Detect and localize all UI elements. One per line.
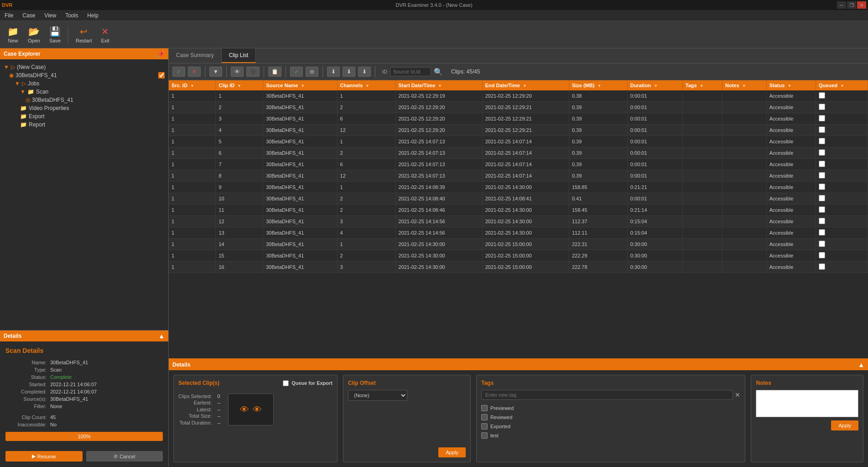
table-row[interactable]: 1 11 30BetaDHFS_41 2 2021-02-25 14:08:46…	[169, 205, 868, 216]
tag-item-reviewed[interactable]: Reviewed	[481, 413, 740, 422]
row-queue-checkbox[interactable]	[819, 184, 825, 190]
row-queue-checkbox[interactable]	[819, 241, 825, 247]
col-status[interactable]: Status ▼	[766, 80, 816, 90]
notes-apply-button[interactable]: Apply	[831, 420, 858, 430]
table-row[interactable]: 1 2 30BetaDHFS_41 2 2021-02-25 12:29:20 …	[169, 102, 868, 113]
col-end-datetime[interactable]: End Date/Time ▼	[482, 80, 569, 90]
tag-input[interactable]	[481, 390, 733, 400]
table-row[interactable]: 1 10 30BetaDHFS_41 2 2021-02-25 14:08:40…	[169, 193, 868, 205]
row-queue-checkbox[interactable]	[819, 104, 825, 110]
col-channels[interactable]: Channels ▼	[337, 80, 395, 90]
check-button[interactable]: ✓	[290, 67, 303, 77]
table-row[interactable]: 1 15 30BetaDHFS_41 2 2021-02-25 14:30:00…	[169, 250, 868, 262]
queue-for-export-checkbox[interactable]	[283, 380, 289, 386]
table-row[interactable]: 1 13 30BetaDHFS_41 4 2021-02-25 14:14:56…	[169, 227, 868, 239]
30beta-checkbox[interactable]	[158, 72, 165, 79]
row-queue-checkbox[interactable]	[819, 172, 825, 178]
col-duration[interactable]: Duration ▼	[627, 80, 682, 90]
row-queue-checkbox[interactable]	[819, 229, 825, 236]
tree-item-30beta[interactable]: ◉ 30BetaDHFS_41	[4, 71, 165, 79]
cancel-button[interactable]: ⊘ Cancel	[86, 451, 163, 462]
col-queued[interactable]: Queued ▼	[816, 80, 868, 90]
table-row[interactable]: 1 14 30BetaDHFS_41 1 2021-02-25 14:30:00…	[169, 239, 868, 250]
save-button[interactable]: 💾 Save	[46, 24, 64, 45]
download-3-button[interactable]: ⬇	[358, 67, 371, 77]
restore-button[interactable]: ❐	[847, 1, 856, 9]
row-queue-checkbox[interactable]	[819, 263, 825, 270]
resume-button[interactable]: ▶ Resume	[5, 451, 83, 462]
col-src-id[interactable]: Src. ID ▼	[169, 80, 216, 90]
col-start-datetime[interactable]: Start Date/Time ▼	[395, 80, 482, 90]
deselect-all-button[interactable]: ✕	[188, 67, 201, 77]
uncheck-button[interactable]: ⊖	[306, 67, 318, 77]
row-queue-checkbox[interactable]	[819, 115, 825, 121]
table-row[interactable]: 1 4 30BetaDHFS_41 12 2021-02-25 12:29:20…	[169, 125, 868, 136]
details-collapse-button[interactable]: ▲	[158, 332, 165, 340]
table-row[interactable]: 1 12 30BetaDHFS_41 3 2021-02-25 14:14:56…	[169, 216, 868, 227]
preview-button[interactable]: 👁	[231, 67, 244, 77]
tab-case-summary[interactable]: Case Summary	[169, 48, 222, 63]
row-queue-checkbox[interactable]	[819, 252, 825, 258]
restart-button[interactable]: ↩ Restart	[72, 24, 95, 45]
menu-case[interactable]: Case	[18, 11, 40, 20]
export-queue-button[interactable]: 📋	[268, 67, 281, 77]
tag-item-exported[interactable]: Exported	[481, 422, 740, 431]
table-row[interactable]: 1 5 30BetaDHFS_41 1 2021-02-25 14:07:13 …	[169, 136, 868, 147]
col-clip-id[interactable]: Clip ID ▼	[216, 80, 263, 90]
tree-item-report[interactable]: 📁 Report	[4, 121, 165, 129]
col-size[interactable]: Size (MB) ▼	[569, 80, 627, 90]
table-area[interactable]: Src. ID ▼ Clip ID ▼ Source Name ▼ Channe…	[169, 80, 868, 358]
row-queue-checkbox[interactable]	[819, 149, 825, 156]
row-queue-checkbox[interactable]	[819, 218, 825, 224]
col-notes[interactable]: Notes ▼	[722, 80, 767, 90]
filter-button[interactable]: ▼	[209, 67, 222, 77]
menu-help[interactable]: Help	[83, 11, 103, 20]
tag-item-test[interactable]: test	[481, 431, 740, 440]
row-queue-checkbox[interactable]	[819, 92, 825, 99]
tag-close-button[interactable]: ✕	[735, 391, 740, 399]
download-2-button[interactable]: ⬇	[343, 67, 355, 77]
table-row[interactable]: 1 16 30BetaDHFS_41 3 2021-02-25 14:30:00…	[169, 262, 868, 273]
tab-clip-list[interactable]: Clip List	[222, 48, 256, 63]
clip-offset-select[interactable]: (None)	[348, 390, 407, 401]
exit-button[interactable]: ✕ Exit	[97, 24, 113, 45]
col-tags[interactable]: Tags ▼	[682, 80, 722, 90]
table-row[interactable]: 1 9 30BetaDHFS_41 1 2021-02-25 14:08:39 …	[169, 182, 868, 193]
tree-item-new-case[interactable]: ▼ ▷ (New Case)	[4, 63, 165, 71]
select-all-button[interactable]: ✓	[172, 67, 185, 77]
table-row[interactable]: 1 7 30BetaDHFS_41 6 2021-02-25 14:07:13 …	[169, 159, 868, 170]
row-queue-checkbox[interactable]	[819, 161, 825, 167]
table-row[interactable]: 1 6 30BetaDHFS_41 2 2021-02-25 14:07:13 …	[169, 147, 868, 159]
open-button[interactable]: 📂 Open	[24, 24, 44, 45]
table-row[interactable]: 1 8 30BetaDHFS_41 12 2021-02-25 14:07:13…	[169, 170, 868, 182]
download-1-button[interactable]: ⬇	[327, 67, 340, 77]
tree-item-export[interactable]: 📁 Export	[4, 112, 165, 121]
notes-textarea[interactable]	[756, 390, 858, 417]
menu-view[interactable]: View	[40, 11, 61, 20]
table-row[interactable]: 1 1 30BetaDHFS_41 1 2021-02-25 12:29:19 …	[169, 90, 868, 102]
bottom-details-collapse-button[interactable]: ▲	[858, 361, 864, 368]
search-button[interactable]: 🔍	[434, 68, 443, 76]
cell-size-mb: 222.29	[569, 250, 627, 262]
tree-item-scan[interactable]: ▼ 📁 Scan	[4, 88, 165, 96]
row-queue-checkbox[interactable]	[819, 138, 825, 144]
tree-item-scan-source[interactable]: ◎ 30BetaDHFS_41	[4, 96, 165, 104]
close-button[interactable]: ✕	[857, 1, 866, 9]
table-row[interactable]: 1 3 30BetaDHFS_41 6 2021-02-25 12:29:20 …	[169, 113, 868, 125]
case-explorer-pin-button[interactable]: 📌	[157, 50, 165, 58]
tree-item-jobs[interactable]: ▼ ▷ Jobs	[4, 79, 165, 88]
status-label: Status:	[5, 374, 47, 380]
new-button[interactable]: 📁 New	[4, 24, 22, 45]
minimize-button[interactable]: ─	[837, 1, 846, 9]
menu-tools[interactable]: Tools	[61, 11, 83, 20]
clip-offset-apply-button[interactable]: Apply	[438, 447, 466, 457]
menu-file[interactable]: File	[0, 11, 18, 20]
row-queue-checkbox[interactable]	[819, 206, 825, 213]
row-queue-checkbox[interactable]	[819, 195, 825, 201]
tree-item-video-props[interactable]: 📁 Video Properties	[4, 104, 165, 112]
video-button[interactable]: 🎥	[246, 67, 260, 77]
tag-item-previewed[interactable]: Previewed	[481, 404, 740, 413]
id-input[interactable]	[390, 67, 431, 76]
col-source-name[interactable]: Source Name ▼	[263, 80, 337, 90]
row-queue-checkbox[interactable]	[819, 126, 825, 133]
